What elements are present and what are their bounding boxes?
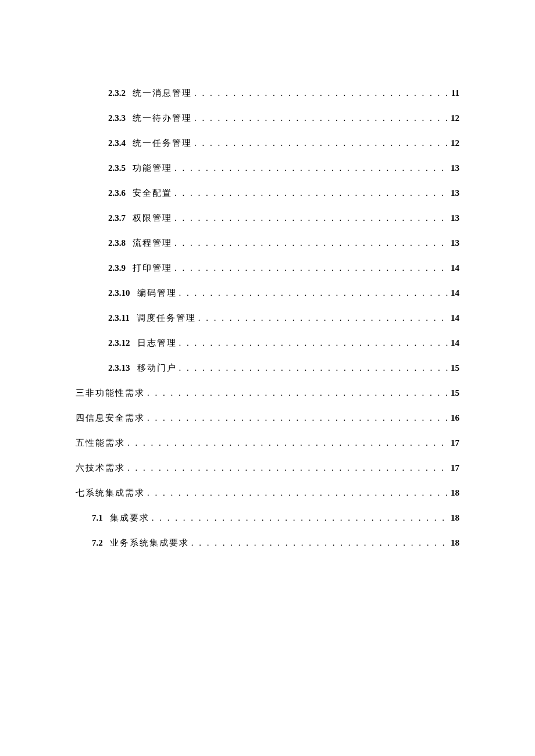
toc-page-number: 17 <box>451 437 459 449</box>
toc-leader-dots: . . . . . . . . . . . . . . . . . . . . … <box>194 87 449 99</box>
toc-title: 权限管理 <box>133 212 172 224</box>
toc-title: 日志管理 <box>137 337 177 349</box>
toc-title: 安全配置 <box>133 187 172 199</box>
toc-page-number: 13 <box>451 212 459 224</box>
toc-title: 三非功能性需求 <box>76 387 145 399</box>
toc-entry: 六技术需求. . . . . . . . . . . . . . . . . .… <box>76 462 459 474</box>
toc-title: 流程管理 <box>133 237 172 249</box>
toc-entry: 2.3.13移动门户. . . . . . . . . . . . . . . … <box>76 362 459 374</box>
toc-leader-dots: . . . . . . . . . . . . . . . . . . . . … <box>179 362 449 374</box>
toc-entry: 五性能需求. . . . . . . . . . . . . . . . . .… <box>76 437 459 449</box>
toc-number: 2.3.13 <box>108 362 130 374</box>
toc-leader-dots: . . . . . . . . . . . . . . . . . . . . … <box>147 387 448 399</box>
toc-entry: 2.3.7权限管理. . . . . . . . . . . . . . . .… <box>76 212 459 224</box>
toc-page-number: 13 <box>451 237 459 249</box>
toc-entry: 2.3.3统一待办管理. . . . . . . . . . . . . . .… <box>76 112 459 124</box>
toc-entry: 7.2业务系统集成要求. . . . . . . . . . . . . . .… <box>76 537 459 549</box>
toc-page-number: 12 <box>451 112 459 124</box>
toc-title: 统一消息管理 <box>133 87 192 99</box>
toc-title: 移动门户 <box>137 362 177 374</box>
toc-page-number: 18 <box>451 537 459 549</box>
toc-leader-dots: . . . . . . . . . . . . . . . . . . . . … <box>174 162 448 174</box>
toc-page-number: 13 <box>451 187 459 199</box>
toc-title: 五性能需求 <box>76 437 125 449</box>
toc-entry: 7.1集成要求. . . . . . . . . . . . . . . . .… <box>76 512 459 524</box>
toc-entry: 2.3.2统一消息管理. . . . . . . . . . . . . . .… <box>76 87 459 99</box>
toc-entry: 2.3.12日志管理. . . . . . . . . . . . . . . … <box>76 337 459 349</box>
toc-title: 调度任务管理 <box>137 312 196 324</box>
toc-entry: 2.3.10编码管理. . . . . . . . . . . . . . . … <box>76 287 459 299</box>
toc-number: 7.1 <box>92 512 103 524</box>
toc-number: 2.3.11 <box>108 312 130 324</box>
toc-title: 功能管理 <box>133 162 172 174</box>
toc-leader-dots: . . . . . . . . . . . . . . . . . . . . … <box>174 187 448 199</box>
toc-leader-dots: . . . . . . . . . . . . . . . . . . . . … <box>179 337 449 349</box>
toc-number: 7.2 <box>92 537 103 549</box>
toc-page-number: 18 <box>451 512 459 524</box>
toc-leader-dots: . . . . . . . . . . . . . . . . . . . . … <box>198 312 448 324</box>
toc-page-number: 14 <box>451 312 459 324</box>
toc-number: 2.3.4 <box>108 137 126 149</box>
toc-title: 编码管理 <box>137 287 177 299</box>
toc-page-number: 15 <box>451 362 459 374</box>
toc-title: 四信息安全需求 <box>76 412 145 424</box>
toc-number: 2.3.5 <box>108 162 126 174</box>
toc-title: 统一待办管理 <box>133 112 192 124</box>
toc-title: 集成要求 <box>110 512 149 524</box>
toc-page-number: 16 <box>451 412 459 424</box>
toc-page-number: 12 <box>451 137 459 149</box>
toc-page-number: 13 <box>451 162 459 174</box>
toc-leader-dots: . . . . . . . . . . . . . . . . . . . . … <box>174 212 448 224</box>
toc-page-number: 14 <box>451 287 459 299</box>
toc-page-number: 11 <box>451 87 459 99</box>
toc-leader-dots: . . . . . . . . . . . . . . . . . . . . … <box>174 262 448 274</box>
toc-page-number: 14 <box>451 337 459 349</box>
toc-number: 2.3.2 <box>108 87 126 99</box>
toc-number: 2.3.3 <box>108 112 126 124</box>
toc-title: 业务系统集成要求 <box>110 537 189 549</box>
toc-leader-dots: . . . . . . . . . . . . . . . . . . . . … <box>147 487 448 499</box>
toc-entry: 2.3.4统一任务管理. . . . . . . . . . . . . . .… <box>76 137 459 149</box>
toc-leader-dots: . . . . . . . . . . . . . . . . . . . . … <box>127 462 448 474</box>
toc-number: 2.3.8 <box>108 237 126 249</box>
toc-leader-dots: . . . . . . . . . . . . . . . . . . . . … <box>191 537 448 549</box>
toc-title: 七系统集成需求 <box>76 487 145 499</box>
toc-title: 统一任务管理 <box>133 137 192 149</box>
toc-entry: 2.3.9打印管理. . . . . . . . . . . . . . . .… <box>76 262 459 274</box>
toc-leader-dots: . . . . . . . . . . . . . . . . . . . . … <box>127 437 448 449</box>
toc-page-number: 14 <box>451 262 459 274</box>
toc-entry: 2.3.5功能管理. . . . . . . . . . . . . . . .… <box>76 162 459 174</box>
toc-leader-dots: . . . . . . . . . . . . . . . . . . . . … <box>147 412 448 424</box>
toc-leader-dots: . . . . . . . . . . . . . . . . . . . . … <box>174 237 448 249</box>
toc-entry: 七系统集成需求. . . . . . . . . . . . . . . . .… <box>76 487 459 499</box>
toc-page-number: 17 <box>451 462 459 474</box>
toc-entry: 三非功能性需求. . . . . . . . . . . . . . . . .… <box>76 387 459 399</box>
toc-number: 2.3.9 <box>108 262 126 274</box>
toc-number: 2.3.6 <box>108 187 126 199</box>
toc-leader-dots: . . . . . . . . . . . . . . . . . . . . … <box>179 287 449 299</box>
toc-page-number: 18 <box>451 487 459 499</box>
toc-title: 六技术需求 <box>76 462 125 474</box>
toc-title: 打印管理 <box>133 262 172 274</box>
toc-leader-dots: . . . . . . . . . . . . . . . . . . . . … <box>194 112 448 124</box>
toc-number: 2.3.12 <box>108 337 130 349</box>
toc-number: 2.3.10 <box>108 287 130 299</box>
toc-leader-dots: . . . . . . . . . . . . . . . . . . . . … <box>152 512 448 524</box>
toc-number: 2.3.7 <box>108 212 126 224</box>
table-of-contents: 2.3.2统一消息管理. . . . . . . . . . . . . . .… <box>76 87 459 549</box>
toc-leader-dots: . . . . . . . . . . . . . . . . . . . . … <box>194 137 448 149</box>
toc-entry: 四信息安全需求. . . . . . . . . . . . . . . . .… <box>76 412 459 424</box>
toc-entry: 2.3.6安全配置. . . . . . . . . . . . . . . .… <box>76 187 459 199</box>
toc-page-number: 15 <box>451 387 459 399</box>
toc-entry: 2.3.8流程管理. . . . . . . . . . . . . . . .… <box>76 237 459 249</box>
toc-entry: 2.3.11调度任务管理. . . . . . . . . . . . . . … <box>76 312 459 324</box>
